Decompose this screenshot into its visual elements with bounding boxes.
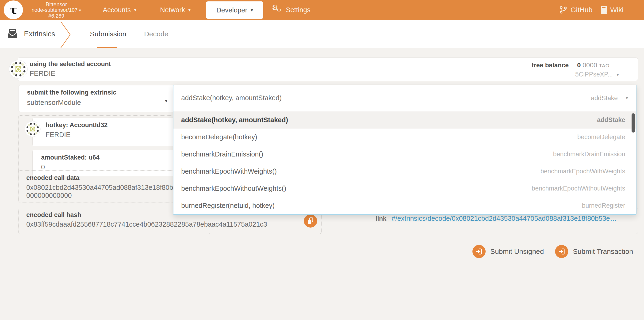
selected-account-row: using the selected account FERDIE free b… (18, 58, 638, 81)
identicon-avatar (25, 121, 40, 137)
section-title: Extrinsics (24, 30, 55, 38)
dropdown-option-becomeDelegate[interactable]: becomeDelegate(hotkey) becomeDelegate (174, 128, 636, 146)
chain-selector[interactable]: Bittensor node-subtensor/107▾ #6,289 (26, 2, 87, 19)
nav-item-developer[interactable]: Developer▾ (206, 2, 263, 19)
extrinsic-module-select[interactable]: submit the following extrinsic subtensor… (18, 85, 178, 112)
chevron-down-icon: ▾ (134, 7, 136, 13)
app-logo[interactable]: τ (4, 0, 23, 19)
balance-unit: TAO (599, 63, 610, 68)
section-header: Extrinsics (7, 20, 55, 48)
dropdown-option-benchmarkDrainEmission[interactable]: benchmarkDrainEmission() benchmarkDrainE… (174, 146, 636, 163)
balance-label: free balance (532, 62, 569, 69)
method-select-control[interactable]: addStake(hotkey, amountStaked) addStake … (174, 85, 636, 112)
chevron-down-icon: ▾ (188, 7, 190, 13)
submit-transaction-button[interactable]: Submit Transaction (555, 245, 633, 258)
sign-in-icon (555, 245, 568, 258)
nav-item-accounts[interactable]: Accounts▾ (103, 0, 136, 20)
submit-unsigned-button[interactable]: Submit Unsigned (472, 245, 544, 258)
active-tab-underline (97, 47, 117, 48)
chain-node: node-subtensor/107 (32, 7, 78, 13)
chain-block-number: #6,289 (26, 13, 87, 19)
git-branch-icon (559, 6, 567, 14)
dropdown-option-benchmarkEpochWithWeights[interactable]: benchmarkEpochWithWeights() benchmarkEpo… (174, 163, 636, 180)
account-row-label: using the selected account (30, 60, 111, 68)
chevron-down-icon: ▾ (251, 7, 253, 13)
account-name: FERDIE (30, 70, 56, 78)
chevron-down-icon: ▾ (165, 98, 167, 104)
sign-in-icon (472, 245, 486, 258)
method-select-value: addStake(hotkey, amountStaked) (181, 94, 282, 102)
chain-name: Bittensor (26, 2, 87, 7)
chevron-down-icon: ▾ (616, 72, 619, 78)
balance-int: 0 (577, 62, 581, 69)
mail-icon (7, 29, 18, 39)
github-link[interactable]: GitHub (559, 0, 592, 20)
module-select-label: submit the following extrinsic (27, 89, 116, 96)
dropdown-scrollbar-thumb[interactable] (632, 113, 635, 132)
nav-item-settings[interactable]: ⚙⚙ Settings (272, 0, 310, 20)
param-amount-label: amountStaked: u64 (41, 154, 100, 161)
param-hotkey-label: hotkey: AccountId32 (46, 122, 108, 129)
nav-item-network[interactable]: Network▾ (160, 0, 190, 20)
book-icon (600, 6, 607, 14)
balance-frac: .0000 (581, 62, 597, 69)
encoded-call-data-label: encoded call data (26, 174, 80, 182)
chevron-down-icon: ▾ (626, 95, 628, 101)
extrinsic-method-dropdown: addStake(hotkey, amountStaked) addStake … (173, 85, 636, 215)
identicon-avatar (9, 60, 28, 78)
chevron-separator (60, 22, 71, 48)
encoded-call-hash-label: encoded call hash (26, 212, 81, 219)
link-label: link (376, 215, 386, 222)
account-address-select[interactable]: 5CiPPseXP... ▾ (575, 71, 619, 78)
decode-link[interactable]: #/extrinsics/decode/0x08021cbd2d43530a44… (392, 215, 617, 222)
module-select-value: subtensorModule (27, 98, 81, 106)
wiki-link[interactable]: Wiki (600, 0, 624, 20)
chevron-down-icon: ▾ (79, 8, 81, 13)
free-balance: free balance 0.0000 TAO (532, 62, 610, 69)
tau-logo-glyph: τ (10, 4, 18, 16)
section-tab-bar: Extrinsics Submission Decode (0, 20, 644, 48)
method-select-short: addStake (591, 94, 618, 102)
tab-submission[interactable]: Submission (90, 20, 126, 48)
gears-icon: ⚙⚙ (272, 4, 282, 15)
encoded-call-data-line1: 0x08021cbd2d43530a44705ad088af313e18f80b… (26, 184, 184, 192)
param-amount-value: 0 (41, 163, 45, 171)
top-nav-bar: τ Bittensor node-subtensor/107▾ #6,289 A… (0, 0, 644, 20)
extrinsics-page: τ Bittensor node-subtensor/107▾ #6,289 A… (0, 0, 644, 320)
account-address: 5CiPPseXP... (575, 71, 613, 78)
param-hotkey-value: FERDIE (46, 131, 70, 139)
dropdown-option-burnedRegister[interactable]: burnedRegister(netuid, hotkey) burnedReg… (174, 197, 636, 214)
dropdown-option-benchmarkEpochWithoutWeights[interactable]: benchmarkEpochWithoutWeights() benchmark… (174, 180, 636, 197)
dropdown-option-addStake[interactable]: addStake(hotkey, amountStaked) addStake (174, 112, 636, 128)
tab-decode[interactable]: Decode (144, 20, 168, 48)
encoded-call-data-line2: 000000000000 (26, 192, 72, 200)
